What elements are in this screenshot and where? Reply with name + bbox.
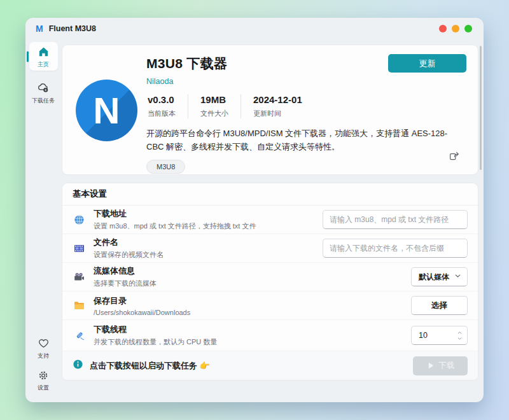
setting-text: 下载线程 并发下载的线程数量，默认为 CPU 数量 xyxy=(94,324,411,347)
setting-title: 下载地址 xyxy=(94,208,323,220)
minimize-button[interactable] xyxy=(452,25,459,32)
sidebar-item-label: 主页 xyxy=(38,62,49,67)
author-link[interactable]: Nilaoda xyxy=(146,77,466,86)
sidebar-footer: 支持 设置 xyxy=(29,333,58,395)
sidebar-item-home[interactable]: 主页 xyxy=(29,42,58,71)
movie-camera-icon xyxy=(73,271,85,283)
stat-label: 文件大小 xyxy=(200,109,228,118)
setting-text: 流媒体信息 选择要下载的流媒体 xyxy=(94,265,411,288)
share-icon[interactable] xyxy=(449,150,460,164)
stepper-up-icon xyxy=(456,330,463,335)
stat-updated: 2024-12-01 更新时间 xyxy=(241,94,314,118)
app-icon-letter: N xyxy=(94,92,120,129)
chevron-down-icon xyxy=(454,271,462,283)
stat-value: 19MB xyxy=(200,94,228,105)
play-icon xyxy=(426,361,435,370)
setting-subtitle: 选择要下载的流媒体 xyxy=(94,279,411,288)
home-icon xyxy=(38,46,50,60)
sidebar-item-download-tasks[interactable]: 下载任务 xyxy=(29,78,58,106)
close-button[interactable] xyxy=(439,25,447,32)
filename-input[interactable] xyxy=(323,239,468,258)
main-content: N 更新 M3U8 下载器 Nilaoda v0.3.0 当前版本 19MB 文… xyxy=(61,39,484,402)
setting-subtitle: /Users/shokokawaii/Downloads xyxy=(94,309,411,316)
sidebar-item-label: 设置 xyxy=(38,385,49,391)
scrollbar-thumb[interactable] xyxy=(480,46,482,170)
info-icon xyxy=(73,359,83,372)
setting-text: 保存目录 /Users/shokokawaii/Downloads xyxy=(94,295,411,316)
stat-value: v0.3.0 xyxy=(148,94,176,105)
tag-m3u8: M3U8 xyxy=(146,160,185,174)
setting-subtitle: 并发下载的线程数量，默认为 CPU 数量 xyxy=(94,337,411,347)
app-icon: N xyxy=(76,80,137,141)
app-stats: v0.3.0 当前版本 19MB 文件大小 2024-12-01 更新时间 xyxy=(146,94,466,118)
app-info-card: N 更新 M3U8 下载器 Nilaoda v0.3.0 当前版本 19MB 文… xyxy=(62,45,478,175)
download-button[interactable]: 下载 xyxy=(413,356,468,375)
globe-icon xyxy=(73,214,85,226)
update-button[interactable]: 更新 xyxy=(388,54,466,73)
download-button-label: 下载 xyxy=(439,360,455,371)
download-url-input[interactable] xyxy=(323,210,468,229)
sidebar-item-support[interactable]: 支持 xyxy=(29,333,58,362)
window-title: Fluent M3U8 xyxy=(49,24,96,33)
setting-subtitle: 设置 m3u8、mpd 或 txt 文件路径，支持拖拽 txt 文件 xyxy=(94,221,323,231)
app-window: M Fluent M3U8 主页 下载任务 xyxy=(25,18,484,402)
download-hint-text: 点击下载按钮以启动下载任务 👉 xyxy=(90,360,210,372)
app-logo-icon: M xyxy=(36,24,43,34)
sidebar-item-settings[interactable]: 设置 xyxy=(29,366,58,395)
setting-title: 流媒体信息 xyxy=(94,265,411,277)
setting-text: 下载地址 设置 m3u8、mpd 或 txt 文件路径，支持拖拽 txt 文件 xyxy=(94,208,323,231)
titlebar: M Fluent M3U8 xyxy=(25,18,484,39)
stat-size: 19MB 文件大小 xyxy=(188,94,241,118)
tag-row: M3U8 xyxy=(146,160,466,174)
stat-label: 更新时间 xyxy=(253,109,302,118)
traffic-lights xyxy=(439,25,472,32)
folder-icon xyxy=(73,300,85,312)
thread-count-stepper[interactable] xyxy=(456,330,463,341)
basic-settings-card: 基本设置 下载地址 设置 m3u8、mpd 或 txt 文件路径，支持拖拽 tx… xyxy=(62,183,478,381)
sidebar-item-label: 支持 xyxy=(38,353,49,359)
media-select-value: 默认媒体 xyxy=(419,272,449,283)
stepper-down-icon xyxy=(456,336,463,341)
zoom-button[interactable] xyxy=(464,25,472,32)
setting-row-save-dir: 保存目录 /Users/shokokawaii/Downloads 选择 xyxy=(62,291,478,320)
gear-icon xyxy=(38,370,49,384)
setting-text: 文件名 设置保存的视频文件名 xyxy=(94,237,323,260)
media-select[interactable]: 默认媒体 xyxy=(411,267,468,286)
setting-row-download-url: 下载地址 设置 m3u8、mpd 或 txt 文件路径，支持拖拽 txt 文件 xyxy=(62,206,478,234)
film-strip-icon xyxy=(73,242,85,255)
settings-header: 基本设置 xyxy=(62,183,478,206)
active-indicator xyxy=(27,51,29,62)
cloud-download-icon xyxy=(37,81,50,97)
setting-title: 下载线程 xyxy=(94,324,411,335)
setting-title: 文件名 xyxy=(94,237,323,248)
setting-row-threads: 下载线程 并发下载的线程数量，默认为 CPU 数量 xyxy=(62,320,478,351)
stat-version: v0.3.0 当前版本 xyxy=(146,94,188,118)
sidebar-item-label: 下载任务 xyxy=(32,98,55,104)
thread-count-input[interactable] xyxy=(419,331,456,340)
setting-row-stream-info: 流媒体信息 选择要下载的流媒体 默认媒体 xyxy=(62,263,478,291)
stat-value: 2024-12-01 xyxy=(253,94,302,105)
thread-count-field xyxy=(411,326,468,345)
choose-directory-button[interactable]: 选择 xyxy=(411,296,468,315)
download-action-bar: 点击下载按钮以启动下载任务 👉 下载 xyxy=(62,351,478,380)
stat-label: 当前版本 xyxy=(148,109,176,118)
sidebar: 主页 下载任务 支持 设置 xyxy=(25,39,61,402)
thread-icon xyxy=(73,330,85,342)
app-description: 开源的跨平台命令行 M3U8/MPD/ISM 文件下载器，功能强大，支持普通 A… xyxy=(146,127,466,153)
heart-icon xyxy=(38,337,50,352)
setting-subtitle: 设置保存的视频文件名 xyxy=(94,250,323,260)
setting-title: 保存目录 xyxy=(94,295,411,307)
setting-row-filename: 文件名 设置保存的视频文件名 xyxy=(62,234,478,263)
